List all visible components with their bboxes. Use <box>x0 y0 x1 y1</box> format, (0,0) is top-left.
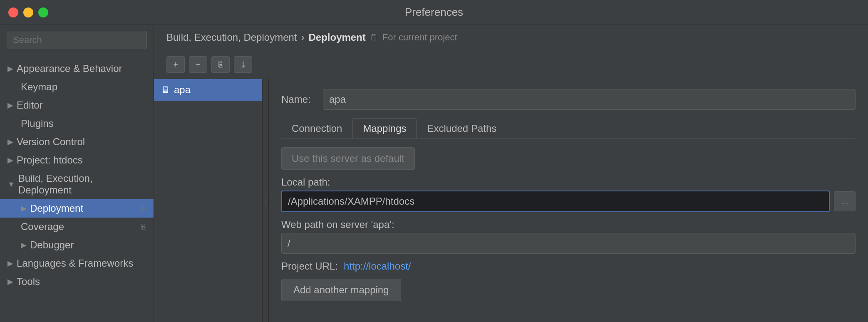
web-path-section: Web path on server 'apa': <box>281 219 856 254</box>
right-pane: Name: Connection Mappings Excluded Paths… <box>269 79 868 322</box>
sidebar-item-deployment[interactable]: ▶ Deployment ⎘ <box>0 199 154 218</box>
server-name: apa <box>174 84 191 96</box>
sidebar-item-label: Deployment <box>30 203 83 214</box>
remove-server-button[interactable]: − <box>189 56 207 73</box>
add-mapping-button[interactable]: Add another mapping <box>281 279 401 301</box>
arrow-icon: ▶ <box>7 64 13 73</box>
maximize-button[interactable] <box>38 7 48 17</box>
local-path-row: ... <box>281 191 856 212</box>
copy-server-button[interactable]: ⎘ <box>211 56 230 73</box>
web-path-row <box>281 233 856 254</box>
breadcrumb-current: Deployment <box>309 32 366 43</box>
sidebar-item-label: Appearance & Behavior <box>17 63 122 74</box>
sidebar-item-label: Version Control <box>17 136 85 148</box>
sidebar-item-keymap[interactable]: Keymap <box>0 78 154 96</box>
content-area: Build, Execution, Deployment › Deploymen… <box>154 25 868 322</box>
breadcrumb-icon: 🗒 <box>370 33 378 42</box>
server-icon: 🖥 <box>161 84 170 95</box>
sidebar-item-label: Build, Execution, Deployment <box>18 173 146 196</box>
sidebar: ▶ Appearance & Behavior Keymap ▶ Editor … <box>0 25 154 322</box>
local-path-label: Local path: <box>281 176 856 188</box>
arrow-icon: ▶ <box>7 259 13 268</box>
sidebar-nav: ▶ Appearance & Behavior Keymap ▶ Editor … <box>0 55 154 322</box>
sidebar-item-project-htdocs[interactable]: ▶ Project: htdocs <box>0 151 154 169</box>
breadcrumb: Build, Execution, Deployment › Deploymen… <box>154 25 868 50</box>
sidebar-item-plugins[interactable]: Plugins <box>0 114 154 133</box>
arrow-icon: ▼ <box>7 180 15 189</box>
toolbar: + − ⎘ ⤓ <box>154 50 868 79</box>
sidebar-item-label: Plugins <box>21 118 54 129</box>
add-server-button[interactable]: + <box>166 56 185 73</box>
sidebar-item-appearance[interactable]: ▶ Appearance & Behavior <box>0 59 154 78</box>
arrow-icon: ▶ <box>21 240 27 250</box>
arrow-icon: ▶ <box>7 277 13 286</box>
tabs: Connection Mappings Excluded Paths <box>281 118 856 139</box>
minimize-button[interactable] <box>23 7 33 17</box>
arrow-icon: ▶ <box>21 204 27 213</box>
breadcrumb-path: Build, Execution, Deployment <box>166 32 297 43</box>
window-title: Preferences <box>405 6 463 19</box>
titlebar: Preferences <box>0 0 868 25</box>
tab-mappings[interactable]: Mappings <box>352 118 417 139</box>
breadcrumb-sub: For current project <box>382 32 457 43</box>
search-bar <box>0 25 154 55</box>
name-input[interactable] <box>323 89 856 110</box>
server-entry-apa[interactable]: 🖥 apa <box>154 79 262 101</box>
search-input[interactable] <box>7 31 147 49</box>
tab-excluded-paths[interactable]: Excluded Paths <box>417 118 507 139</box>
sidebar-item-label: Debugger <box>30 239 74 251</box>
sidebar-item-label: Tools <box>17 276 40 287</box>
tab-connection[interactable]: Connection <box>281 118 352 139</box>
sidebar-item-editor[interactable]: ▶ Editor <box>0 96 154 114</box>
copy-icon: ⎘ <box>141 223 146 231</box>
arrow-icon: ▶ <box>7 101 13 110</box>
sidebar-item-label: Project: htdocs <box>17 154 83 166</box>
name-label: Name: <box>281 94 315 105</box>
project-url-link[interactable]: http://localhost/ <box>344 260 411 272</box>
sidebar-item-build-execution[interactable]: ▼ Build, Execution, Deployment <box>0 169 154 199</box>
close-button[interactable] <box>8 7 18 17</box>
browse-button[interactable]: ... <box>834 191 856 211</box>
web-path-input[interactable] <box>281 233 856 254</box>
mappings-form: Use this server as default Local path: .… <box>281 147 856 301</box>
web-path-label: Web path on server 'apa': <box>281 219 856 230</box>
copy-icon: ⎘ <box>141 204 146 213</box>
use-as-default-button[interactable]: Use this server as default <box>281 147 415 170</box>
sidebar-item-tools[interactable]: ▶ Tools <box>0 272 154 291</box>
sidebar-item-label: Editor <box>17 99 43 111</box>
server-list: 🖥 apa <box>154 79 262 322</box>
sidebar-item-label: Coverage <box>21 221 64 233</box>
arrow-icon: ▶ <box>7 156 13 165</box>
sidebar-item-version-control[interactable]: ▶ Version Control <box>0 133 154 151</box>
name-row: Name: <box>281 89 856 110</box>
sidebar-item-label: Languages & Frameworks <box>17 258 133 269</box>
split-pane: 🖥 apa ⋮ Name: Connection <box>154 79 868 322</box>
local-path-section: Local path: ... <box>281 176 856 212</box>
pane-divider[interactable]: ⋮ <box>262 79 269 322</box>
local-path-input[interactable] <box>281 191 830 212</box>
main-container: ▶ Appearance & Behavior Keymap ▶ Editor … <box>0 25 868 322</box>
sidebar-item-languages[interactable]: ▶ Languages & Frameworks <box>0 254 154 272</box>
sidebar-item-debugger[interactable]: ▶ Debugger <box>0 236 154 254</box>
sidebar-item-label: Keymap <box>21 81 57 93</box>
traffic-lights <box>8 7 48 17</box>
project-url-row: Project URL: http://localhost/ <box>281 260 856 272</box>
breadcrumb-separator: › <box>301 32 305 43</box>
sidebar-item-coverage[interactable]: Coverage ⎘ <box>0 218 154 236</box>
project-url-label: Project URL: <box>281 260 338 272</box>
import-server-button[interactable]: ⤓ <box>234 56 252 73</box>
arrow-icon: ▶ <box>7 137 13 146</box>
